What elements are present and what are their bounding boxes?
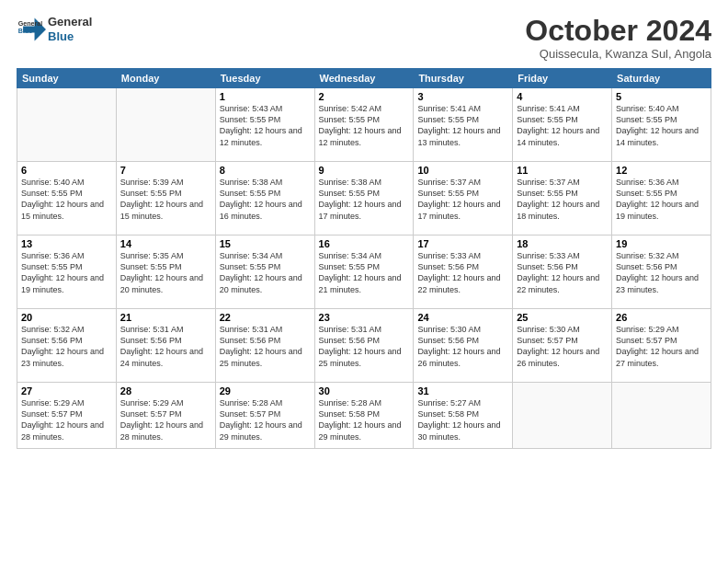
day-info: Sunrise: 5:30 AMSunset: 5:56 PMDaylight:… xyxy=(417,324,508,369)
day-number: 27 xyxy=(21,385,112,396)
calendar-cell: 16Sunrise: 5:34 AMSunset: 5:55 PMDayligh… xyxy=(314,236,414,309)
calendar-cell: 29Sunrise: 5:28 AMSunset: 5:57 PMDayligh… xyxy=(215,383,314,449)
calendar-cell: 1Sunrise: 5:43 AMSunset: 5:55 PMDaylight… xyxy=(215,88,314,162)
calendar-cell: 3Sunrise: 5:41 AMSunset: 5:55 PMDaylight… xyxy=(414,88,513,162)
day-info: Sunrise: 5:41 AMSunset: 5:55 PMDaylight:… xyxy=(517,103,608,148)
day-number: 19 xyxy=(616,238,707,249)
day-info: Sunrise: 5:40 AMSunset: 5:55 PMDaylight:… xyxy=(616,103,707,148)
weekday-header-monday: Monday xyxy=(116,69,215,88)
calendar-cell: 7Sunrise: 5:39 AMSunset: 5:55 PMDaylight… xyxy=(116,162,215,236)
calendar-cell: 22Sunrise: 5:31 AMSunset: 5:56 PMDayligh… xyxy=(215,309,314,383)
calendar-cell: 6Sunrise: 5:40 AMSunset: 5:55 PMDaylight… xyxy=(17,162,117,236)
calendar-week-2: 6Sunrise: 5:40 AMSunset: 5:55 PMDaylight… xyxy=(17,162,711,236)
calendar-cell: 26Sunrise: 5:29 AMSunset: 5:57 PMDayligh… xyxy=(612,309,711,383)
day-number: 21 xyxy=(120,312,211,323)
day-info: Sunrise: 5:32 AMSunset: 5:56 PMDaylight:… xyxy=(616,250,707,295)
day-number: 15 xyxy=(220,238,311,249)
svg-text:Blue: Blue xyxy=(18,28,32,35)
weekday-header-saturday: Saturday xyxy=(612,69,711,88)
day-info: Sunrise: 5:36 AMSunset: 5:55 PMDaylight:… xyxy=(616,177,707,222)
day-info: Sunrise: 5:39 AMSunset: 5:55 PMDaylight:… xyxy=(120,177,211,222)
day-info: Sunrise: 5:28 AMSunset: 5:58 PMDaylight:… xyxy=(319,397,410,442)
calendar-table: SundayMondayTuesdayWednesdayThursdayFrid… xyxy=(17,68,711,449)
month-title: October 2024 xyxy=(525,15,711,47)
day-number: 18 xyxy=(517,238,608,249)
calendar-week-1: 1Sunrise: 5:43 AMSunset: 5:55 PMDaylight… xyxy=(17,88,711,162)
day-info: Sunrise: 5:37 AMSunset: 5:55 PMDaylight:… xyxy=(517,177,608,222)
calendar-week-3: 13Sunrise: 5:36 AMSunset: 5:55 PMDayligh… xyxy=(17,236,711,309)
header: General Blue General Blue October 2024 Q… xyxy=(17,15,711,61)
day-info: Sunrise: 5:31 AMSunset: 5:56 PMDaylight:… xyxy=(220,324,311,369)
day-number: 20 xyxy=(21,312,112,323)
day-number: 7 xyxy=(120,165,211,176)
calendar-cell: 12Sunrise: 5:36 AMSunset: 5:55 PMDayligh… xyxy=(612,162,711,236)
calendar-cell: 19Sunrise: 5:32 AMSunset: 5:56 PMDayligh… xyxy=(612,236,711,309)
day-number: 16 xyxy=(319,238,410,249)
day-number: 17 xyxy=(417,238,508,249)
calendar-cell xyxy=(612,383,711,449)
day-number: 5 xyxy=(616,91,707,102)
calendar-cell: 8Sunrise: 5:38 AMSunset: 5:55 PMDaylight… xyxy=(215,162,314,236)
day-number: 22 xyxy=(220,312,311,323)
day-info: Sunrise: 5:36 AMSunset: 5:55 PMDaylight:… xyxy=(21,250,112,295)
calendar-week-5: 27Sunrise: 5:29 AMSunset: 5:57 PMDayligh… xyxy=(17,383,711,449)
day-number: 2 xyxy=(319,91,410,102)
weekday-header-row: SundayMondayTuesdayWednesdayThursdayFrid… xyxy=(17,69,711,88)
calendar-cell: 28Sunrise: 5:29 AMSunset: 5:57 PMDayligh… xyxy=(116,383,215,449)
weekday-header-wednesday: Wednesday xyxy=(314,69,414,88)
page: General Blue General Blue October 2024 Q… xyxy=(0,0,728,563)
calendar-cell: 18Sunrise: 5:33 AMSunset: 5:56 PMDayligh… xyxy=(513,236,612,309)
calendar-cell xyxy=(513,383,612,449)
calendar-cell xyxy=(116,88,215,162)
day-info: Sunrise: 5:43 AMSunset: 5:55 PMDaylight:… xyxy=(220,103,311,148)
day-number: 9 xyxy=(319,165,410,176)
calendar-cell xyxy=(17,88,117,162)
day-number: 10 xyxy=(417,165,508,176)
logo: General Blue General Blue xyxy=(17,15,92,44)
weekday-header-sunday: Sunday xyxy=(17,69,117,88)
calendar-cell: 17Sunrise: 5:33 AMSunset: 5:56 PMDayligh… xyxy=(414,236,513,309)
day-info: Sunrise: 5:34 AMSunset: 5:55 PMDaylight:… xyxy=(319,250,410,295)
day-number: 6 xyxy=(21,165,112,176)
weekday-header-thursday: Thursday xyxy=(414,69,513,88)
day-number: 8 xyxy=(220,165,311,176)
day-number: 31 xyxy=(417,385,508,396)
calendar-cell: 2Sunrise: 5:42 AMSunset: 5:55 PMDaylight… xyxy=(314,88,414,162)
weekday-header-tuesday: Tuesday xyxy=(215,69,314,88)
location-subtitle: Quissecula, Kwanza Sul, Angola xyxy=(525,47,711,61)
calendar-cell: 11Sunrise: 5:37 AMSunset: 5:55 PMDayligh… xyxy=(513,162,612,236)
day-info: Sunrise: 5:27 AMSunset: 5:58 PMDaylight:… xyxy=(417,397,508,442)
day-number: 30 xyxy=(319,385,410,396)
logo-text: General Blue xyxy=(48,15,92,43)
day-number: 4 xyxy=(517,91,608,102)
day-info: Sunrise: 5:38 AMSunset: 5:55 PMDaylight:… xyxy=(319,177,410,222)
day-number: 1 xyxy=(220,91,311,102)
day-number: 12 xyxy=(616,165,707,176)
calendar-body: 1Sunrise: 5:43 AMSunset: 5:55 PMDaylight… xyxy=(17,88,711,449)
calendar-header: SundayMondayTuesdayWednesdayThursdayFrid… xyxy=(17,69,711,88)
day-info: Sunrise: 5:31 AMSunset: 5:56 PMDaylight:… xyxy=(120,324,211,369)
day-info: Sunrise: 5:33 AMSunset: 5:56 PMDaylight:… xyxy=(517,250,608,295)
calendar-cell: 13Sunrise: 5:36 AMSunset: 5:55 PMDayligh… xyxy=(17,236,117,309)
day-info: Sunrise: 5:38 AMSunset: 5:55 PMDaylight:… xyxy=(220,177,311,222)
day-info: Sunrise: 5:41 AMSunset: 5:55 PMDaylight:… xyxy=(417,103,508,148)
weekday-header-friday: Friday xyxy=(513,69,612,88)
calendar-cell: 14Sunrise: 5:35 AMSunset: 5:55 PMDayligh… xyxy=(116,236,215,309)
day-info: Sunrise: 5:29 AMSunset: 5:57 PMDaylight:… xyxy=(21,397,112,442)
day-info: Sunrise: 5:34 AMSunset: 5:55 PMDaylight:… xyxy=(220,250,311,295)
day-number: 29 xyxy=(220,385,311,396)
calendar-cell: 31Sunrise: 5:27 AMSunset: 5:58 PMDayligh… xyxy=(414,383,513,449)
day-number: 25 xyxy=(517,312,608,323)
day-info: Sunrise: 5:31 AMSunset: 5:56 PMDaylight:… xyxy=(319,324,410,369)
day-info: Sunrise: 5:33 AMSunset: 5:56 PMDaylight:… xyxy=(417,250,508,295)
title-block: October 2024 Quissecula, Kwanza Sul, Ang… xyxy=(525,15,711,61)
day-info: Sunrise: 5:28 AMSunset: 5:57 PMDaylight:… xyxy=(220,397,311,442)
day-number: 11 xyxy=(517,165,608,176)
calendar-cell: 5Sunrise: 5:40 AMSunset: 5:55 PMDaylight… xyxy=(612,88,711,162)
day-info: Sunrise: 5:32 AMSunset: 5:56 PMDaylight:… xyxy=(21,324,112,369)
calendar-cell: 10Sunrise: 5:37 AMSunset: 5:55 PMDayligh… xyxy=(414,162,513,236)
day-number: 24 xyxy=(417,312,508,323)
calendar-week-4: 20Sunrise: 5:32 AMSunset: 5:56 PMDayligh… xyxy=(17,309,711,383)
day-number: 26 xyxy=(616,312,707,323)
calendar-cell: 25Sunrise: 5:30 AMSunset: 5:57 PMDayligh… xyxy=(513,309,612,383)
